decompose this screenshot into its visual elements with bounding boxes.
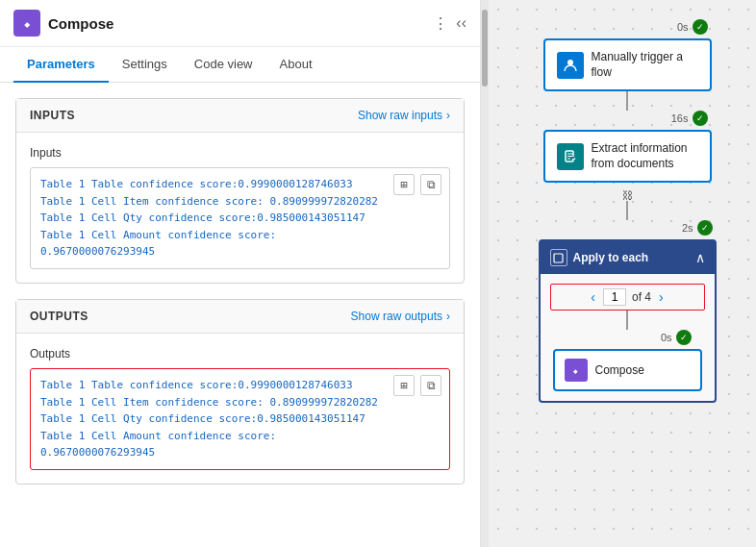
outputs-section-header: OUTPUTS Show raw outputs › (16, 300, 464, 334)
compose-header-icon: ⬥ (13, 10, 40, 37)
outputs-section-body: Outputs ⊞ ⧉ Table 1 Table confidence sco… (16, 334, 464, 484)
outputs-line-3: Table 1 Cell Qty confidence score:0.9850… (40, 410, 440, 428)
inputs-line-3: Table 1 Cell Qty confidence score:0.9850… (40, 210, 440, 227)
extract-link-icon[interactable]: ⛓ (622, 189, 633, 201)
right-panel: 0s ✓ Manually trigger a flow 16s ✓ (489, 0, 756, 547)
more-options-icon[interactable]: ⋮ (433, 14, 448, 33)
inputs-section-body: Inputs ⊞ ⧉ Table 1 Table confidence scor… (16, 133, 464, 283)
outputs-code-box: ⊞ ⧉ Table 1 Table confidence score:0.999… (30, 368, 450, 470)
panel-header: ⬥ Compose ⋮ ‹‹ (0, 0, 480, 47)
tab-code-view[interactable]: Code view (181, 47, 266, 83)
scrollbar-thumb[interactable] (482, 10, 488, 87)
pagination-next-btn[interactable]: › (657, 289, 666, 305)
extract-label: Extract information from documents (592, 141, 698, 171)
pagination-bar: ‹ of 4 › (550, 284, 705, 311)
compose-wrapper: 0s ✓ ⬥ Compose (550, 330, 705, 391)
trigger-icon (557, 52, 584, 79)
scrollbar-track[interactable] (481, 0, 489, 547)
left-panel: ⬥ Compose ⋮ ‹‹ Parameters Settings Code … (0, 0, 481, 547)
loop-connector-1 (626, 311, 628, 330)
extract-icon (557, 143, 584, 170)
compose-icon: ⬥ (565, 359, 588, 382)
trigger-node-wrapper: 0s ✓ Manually trigger a flow (543, 19, 712, 91)
connector-2 (626, 201, 628, 220)
outputs-code-actions: ⊞ ⧉ (393, 375, 441, 396)
loop-collapse-icon[interactable]: ∧ (695, 250, 705, 265)
loop-header-left: Apply to each (550, 249, 649, 266)
compose-time-badge: 0s ✓ (661, 330, 692, 345)
outputs-section: OUTPUTS Show raw outputs › Outputs ⊞ ⧉ T… (15, 299, 465, 485)
extract-time-badge: 16s ✓ (671, 111, 708, 126)
inputs-grid-icon[interactable]: ⊞ (393, 174, 415, 195)
loop-icon (550, 249, 567, 266)
inputs-line-5: 0.9670000076293945 (40, 243, 440, 261)
extract-success-icon: ✓ (693, 111, 708, 126)
inputs-code-actions: ⊞ ⧉ (393, 174, 441, 195)
chevron-right-icon-outputs: › (446, 310, 450, 323)
pagination-input[interactable] (603, 288, 626, 306)
compose-node[interactable]: ⬥ Compose (553, 349, 702, 391)
tab-parameters[interactable]: Parameters (13, 47, 109, 83)
inputs-code-box: ⊞ ⧉ Table 1 Table confidence score:0.999… (30, 167, 450, 269)
outputs-title: OUTPUTS (30, 310, 88, 323)
loop-success-icon: ✓ (697, 220, 713, 236)
loop-time-badge: 2s ✓ (682, 220, 713, 236)
connector-1 (626, 91, 628, 111)
trigger-success-icon: ✓ (693, 19, 708, 35)
inputs-section-header: INPUTS Show raw inputs › (16, 99, 464, 133)
compose-success-icon: ✓ (676, 330, 692, 345)
loop-node: Apply to each ∧ ‹ of 4 › (539, 239, 717, 403)
show-raw-inputs-label: Show raw inputs (358, 109, 442, 122)
tab-about[interactable]: About (266, 47, 326, 83)
extract-node[interactable]: Extract information from documents (543, 130, 712, 183)
trigger-time: 0s (677, 21, 689, 33)
show-raw-outputs-link[interactable]: Show raw outputs › (351, 310, 450, 323)
outputs-line-2: Table 1 Cell Item confidence score: 0.89… (40, 394, 440, 411)
outputs-field-label: Outputs (30, 347, 450, 361)
chevron-right-icon: › (446, 109, 450, 122)
panel-title: Compose (48, 15, 425, 32)
outputs-line-4: Table 1 Cell Amount confidence score: (40, 428, 440, 445)
outputs-line-1: Table 1 Table confidence score:0.9990000… (40, 377, 440, 394)
extract-time: 16s (671, 112, 689, 124)
trigger-node[interactable]: Manually trigger a flow (543, 38, 712, 91)
inputs-field-label: Inputs (30, 146, 450, 160)
trigger-label: Manually trigger a flow (592, 50, 698, 80)
inputs-section: INPUTS Show raw inputs › Inputs ⊞ ⧉ Tabl… (15, 98, 465, 284)
inputs-title: INPUTS (30, 109, 75, 122)
tabs-bar: Parameters Settings Code view About (0, 47, 480, 83)
extract-node-wrapper: 16s ✓ Extract information from documents… (543, 111, 712, 201)
svg-point-0 (567, 60, 573, 65)
tab-settings[interactable]: Settings (109, 47, 181, 83)
loop-node-wrapper: 2s ✓ Apply to each ∧ ‹ (539, 220, 717, 403)
outputs-copy-icon[interactable]: ⧉ (420, 375, 441, 396)
loop-node-body: ‹ of 4 › 0s ✓ ⬥ (541, 274, 715, 401)
loop-label: Apply to each (573, 251, 649, 264)
show-raw-outputs-label: Show raw outputs (351, 310, 442, 323)
outputs-grid-icon[interactable]: ⊞ (393, 375, 415, 396)
loop-time: 2s (682, 222, 693, 234)
collapse-icon[interactable]: ‹‹ (456, 14, 466, 32)
pagination-prev-btn[interactable]: ‹ (589, 289, 597, 305)
panel-content: INPUTS Show raw inputs › Inputs ⊞ ⧉ Tabl… (0, 83, 480, 547)
svg-rect-3 (554, 254, 563, 262)
inputs-line-1: Table 1 Table confidence score:0.9990000… (40, 176, 440, 193)
flow-canvas: 0s ✓ Manually trigger a flow 16s ✓ (539, 19, 717, 403)
inputs-line-2: Table 1 Cell Item confidence score: 0.89… (40, 193, 440, 211)
inputs-copy-icon[interactable]: ⧉ (420, 174, 441, 195)
compose-time: 0s (661, 332, 672, 343)
show-raw-inputs-link[interactable]: Show raw inputs › (358, 109, 450, 122)
compose-label: Compose (595, 363, 644, 377)
header-actions: ⋮ ‹‹ (433, 14, 466, 33)
pagination-of-label: of 4 (632, 290, 651, 304)
outputs-line-5: 0.9670000076293945 (40, 444, 440, 461)
loop-node-header: Apply to each ∧ (541, 241, 715, 274)
trigger-time-badge: 0s ✓ (677, 19, 708, 35)
inputs-line-4: Table 1 Cell Amount confidence score: (40, 227, 440, 244)
